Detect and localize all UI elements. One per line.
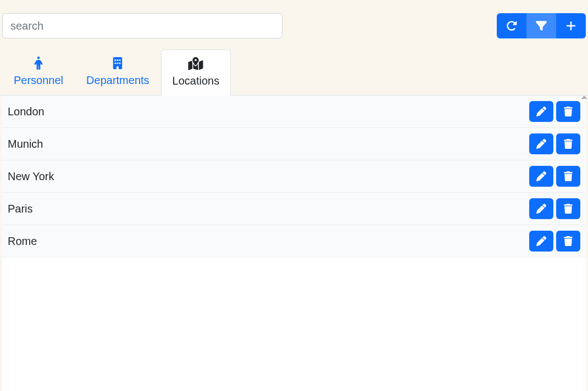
delete-button[interactable] <box>556 101 580 122</box>
edit-button[interactable] <box>529 231 553 252</box>
trash-icon <box>564 171 573 181</box>
person-icon <box>34 57 43 70</box>
location-name: Paris <box>8 203 33 215</box>
list-item: New York <box>2 160 586 193</box>
row-actions <box>529 101 580 122</box>
filter-icon <box>536 20 547 31</box>
list-item: Paris <box>2 193 586 225</box>
trash-icon <box>564 107 573 116</box>
refresh-icon <box>506 20 517 31</box>
locations-list: LondonMunichNew YorkParisRome <box>2 96 586 391</box>
pencil-icon <box>536 171 546 181</box>
refresh-button[interactable] <box>497 13 526 38</box>
delete-button[interactable] <box>556 198 580 219</box>
toolbar-button-group <box>497 13 586 38</box>
pencil-icon <box>536 204 546 214</box>
location-name: New York <box>8 170 54 183</box>
tab-label: Locations <box>173 75 220 87</box>
trash-icon <box>564 204 573 214</box>
tab-locations[interactable]: Locations <box>161 49 231 96</box>
row-actions <box>529 166 580 187</box>
tabs: Personnel Departments Locations <box>0 38 588 96</box>
list-item: Rome <box>2 225 586 258</box>
top-bar <box>0 0 588 38</box>
list-item: London <box>2 96 586 128</box>
add-button[interactable] <box>556 13 586 38</box>
row-actions <box>529 231 580 252</box>
location-name: London <box>8 105 45 118</box>
pencil-icon <box>536 139 546 149</box>
edit-button[interactable] <box>529 166 553 187</box>
delete-button[interactable] <box>556 166 580 187</box>
trash-icon <box>564 236 573 246</box>
tab-personnel[interactable]: Personnel <box>2 49 75 95</box>
pencil-icon <box>536 236 546 246</box>
building-icon <box>112 57 123 70</box>
pencil-icon <box>536 107 546 116</box>
scrollbar-up-arrow[interactable] <box>581 96 587 99</box>
map-icon <box>188 57 203 70</box>
trash-icon <box>564 139 573 149</box>
edit-button[interactable] <box>529 101 553 122</box>
location-name: Rome <box>8 235 37 248</box>
edit-button[interactable] <box>529 198 553 219</box>
row-actions <box>529 133 580 154</box>
filter-button[interactable] <box>526 13 556 38</box>
tab-label: Personnel <box>14 74 63 87</box>
edit-button[interactable] <box>529 133 553 154</box>
search-input[interactable] <box>2 13 282 38</box>
tab-departments[interactable]: Departments <box>75 49 161 95</box>
delete-button[interactable] <box>556 133 580 154</box>
tab-label: Departments <box>86 74 149 87</box>
location-name: Munich <box>8 138 43 150</box>
delete-button[interactable] <box>556 231 580 252</box>
plus-icon <box>565 20 576 31</box>
row-actions <box>529 198 580 219</box>
list-item: Munich <box>2 128 586 160</box>
